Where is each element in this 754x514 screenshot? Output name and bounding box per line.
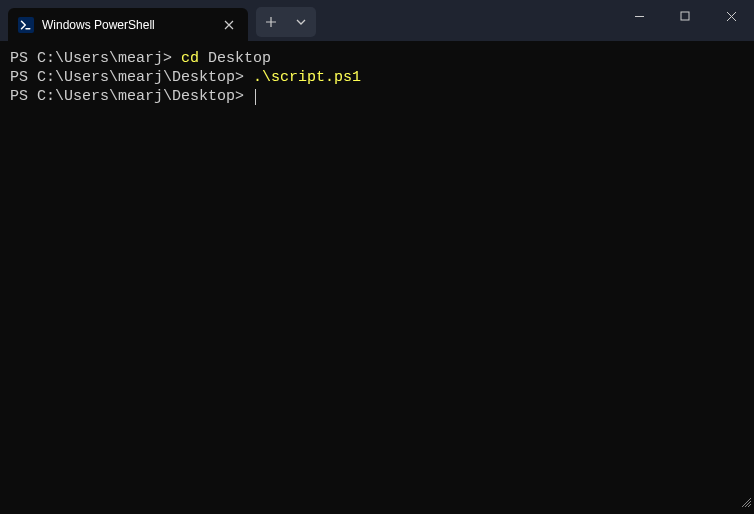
terminal-line: PS C:\Users\mearj\Desktop> .\script.ps1 [10,68,744,87]
tab-close-button[interactable] [220,16,238,34]
window-controls [616,0,754,32]
terminal-output[interactable]: PS C:\Users\mearj> cd Desktop PS C:\User… [0,41,754,114]
command-arg: Desktop [199,50,271,67]
prompt-text: PS C:\Users\mearj\Desktop> [10,69,253,86]
tab-dropdown-button[interactable] [286,7,316,37]
maximize-button[interactable] [662,0,708,32]
cursor [255,89,256,105]
title-bar: Windows PowerShell [0,0,754,41]
terminal-line: PS C:\Users\mearj> cd Desktop [10,49,744,68]
tab-title: Windows PowerShell [42,18,220,32]
command-path: .\script.ps1 [253,69,361,86]
terminal-line: PS C:\Users\mearj\Desktop> [10,87,744,106]
powershell-icon [18,17,34,33]
tab-controls [256,7,316,37]
new-tab-button[interactable] [256,7,286,37]
prompt-text: PS C:\Users\mearj> [10,50,181,67]
close-button[interactable] [708,0,754,32]
command-keyword: cd [181,50,199,67]
tab-powershell[interactable]: Windows PowerShell [8,8,248,41]
svg-rect-2 [681,12,689,20]
minimize-button[interactable] [616,0,662,32]
prompt-text: PS C:\Users\mearj\Desktop> [10,88,253,105]
resize-grip-icon[interactable] [740,494,752,512]
